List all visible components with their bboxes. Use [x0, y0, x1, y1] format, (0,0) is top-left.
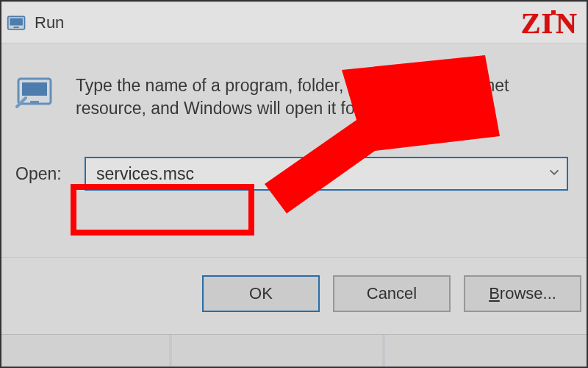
open-combo-wrap	[85, 157, 568, 191]
cancel-button[interactable]: Cancel	[333, 275, 451, 312]
run-large-icon	[15, 71, 57, 113]
window-title: Run	[35, 13, 64, 32]
watermark-logo: ZIN	[521, 9, 578, 38]
run-icon	[7, 13, 27, 33]
svg-rect-2	[14, 26, 19, 28]
ok-button[interactable]: OK	[202, 275, 320, 312]
titlebar: Run	[0, 2, 588, 43]
svg-rect-5	[30, 101, 39, 103]
open-label: Open:	[15, 164, 74, 184]
description-text: Type the name of a program, folder, docu…	[76, 71, 576, 120]
open-row: Open:	[15, 157, 576, 191]
browse-label-tail: rowse...	[500, 284, 556, 302]
dialog-content: Type the name of a program, folder, docu…	[0, 43, 588, 257]
description-row: Type the name of a program, folder, docu…	[15, 71, 576, 120]
run-dialog: Run Type the name of a program, folder, …	[0, 1, 588, 335]
open-input[interactable]	[85, 157, 568, 191]
svg-rect-1	[10, 18, 23, 25]
button-row: OK Cancel Browse...	[0, 257, 588, 334]
browse-button[interactable]: Browse...	[464, 275, 581, 312]
svg-rect-4	[22, 82, 47, 96]
